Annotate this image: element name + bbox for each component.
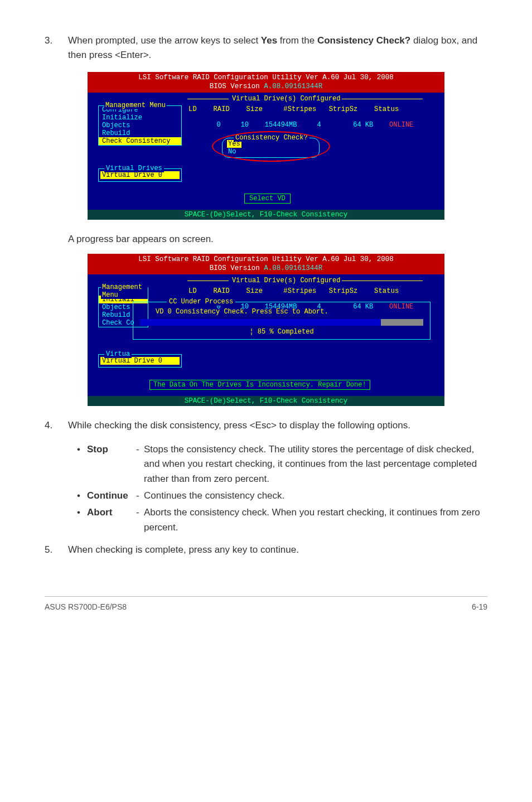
page-footer: ASUS RS700D-E6/PS8 6-19 — [45, 596, 487, 611]
bios-footer: SPACE-(De)Select, F10-Check Consistency — [88, 396, 444, 406]
menu-title: Management Menu — [101, 283, 148, 299]
menu-check-consistency[interactable]: Check Consistency — [99, 137, 181, 145]
bios-screenshot-2: LSI Software RAID Configuration Utility … — [88, 254, 444, 406]
vd-table-row: 0 10 154494MB 4 64 KB ONLINE — [188, 113, 413, 137]
footer-left: ASUS RS700D-E6/PS8 — [45, 602, 127, 611]
step-number: 3. — [45, 33, 68, 62]
virtual-drives-box: Virtual Drives Virtual Drive 0 — [98, 168, 182, 182]
bullet-abort: • Abort - Aborts the consistency check. … — [77, 505, 487, 535]
repair-done-message: The Data On The Drives Is Inconsistency.… — [149, 380, 370, 390]
consistency-check-dialog[interactable]: Consistency Check? Yes No — [222, 138, 320, 158]
menu-title: Management Menu — [104, 102, 167, 109]
bullet-label: Stop — [87, 442, 136, 486]
vd-table-header: LD RAID Size #Stripes StripSz Status — [188, 287, 399, 295]
step-number: 4. — [45, 418, 68, 433]
progress-message: VD 0 Consistency Check. Press Esc to Abo… — [156, 308, 424, 316]
bios-title-line1: LSI Software RAID Configuration Utility … — [88, 255, 444, 264]
interlude-text: A progress bar appears on screen. — [68, 232, 487, 247]
bios-header: LSI Software RAID Configuration Utility … — [88, 254, 444, 274]
bullet-text: Aborts the consistency check. When you r… — [144, 505, 487, 535]
bios-title-line1: LSI Software RAID Configuration Utility … — [88, 73, 444, 82]
bios-title-line2: BIOS Version A.08.09161344R — [88, 264, 444, 273]
step-5: 5. When checking is complete, press any … — [45, 543, 487, 557]
progress-dialog: CC Under Process VD 0 Consistency Check.… — [133, 302, 431, 340]
virtual-drives-title: Virtual Drives — [104, 165, 164, 172]
bullet-label: Abort — [87, 505, 136, 535]
bullet-text: Continues the consistency check. — [144, 489, 487, 503]
menu-initialize[interactable]: Initialize — [99, 114, 181, 122]
bios-screenshot-1: LSI Software RAID Configuration Utility … — [88, 72, 444, 220]
bullet-text: Stops the consistency check. The utility… — [144, 442, 487, 486]
dialog-title: Consistency Check? — [234, 134, 309, 142]
vd-configured-title: Virtual Drive(s) Configured — [230, 277, 342, 284]
bios-body: Virtual Drive(s) Configured Management M… — [88, 93, 444, 210]
step-text: While checking the disk consistency, pre… — [68, 418, 487, 433]
vd-table-header: LD RAID Size #Stripes StripSz Status — [188, 105, 399, 113]
step-text: When checking is complete, press any key… — [68, 543, 487, 557]
step-number: 5. — [45, 543, 68, 557]
virtual-drive-0[interactable]: Virtual Drive 0 — [100, 357, 180, 365]
bios-header: LSI Software RAID Configuration Utility … — [88, 72, 444, 93]
menu-rebuild[interactable]: Rebuild — [99, 129, 181, 137]
progress-percent: ¦ 85 % Completed — [139, 328, 424, 336]
progress-bar-fill — [140, 319, 381, 326]
progress-title: CC Under Process — [167, 298, 235, 306]
footer-right: 6-19 — [472, 602, 487, 611]
virtual-drive-0[interactable]: Virtual Drive 0 — [100, 171, 180, 179]
step-text: When prompted, use the arrow keys to sel… — [68, 33, 487, 62]
bullet-stop: • Stop - Stops the consistency check. Th… — [77, 442, 487, 486]
step-3: 3. When prompted, use the arrow keys to … — [45, 33, 487, 62]
bullet-continue: • Continue - Continues the consistency c… — [77, 489, 487, 503]
step-4: 4. While checking the disk consistency, … — [45, 418, 487, 433]
select-vd-hint: Select VD — [244, 194, 291, 204]
management-menu[interactable]: Management Menu Configure Initialize Obj… — [98, 105, 182, 146]
bios-footer: SPACE-(De)Select, F10-Check Consistency — [88, 210, 444, 220]
virtual-drives-title: Virtua — [104, 350, 132, 358]
bios-body: Virtual Drive(s) Configured Management M… — [88, 274, 444, 396]
progress-bar — [140, 319, 423, 326]
bios-title-line2: BIOS Version A.08.09161344R — [88, 82, 444, 91]
virtual-drives-box: Virtua Virtual Drive 0 — [98, 354, 182, 368]
vd-configured-title: Virtual Drive(s) Configured — [230, 95, 342, 103]
bullet-label: Continue — [87, 489, 136, 503]
menu-objects[interactable]: Objects — [99, 122, 181, 129]
dialog-no[interactable]: No — [227, 148, 237, 156]
